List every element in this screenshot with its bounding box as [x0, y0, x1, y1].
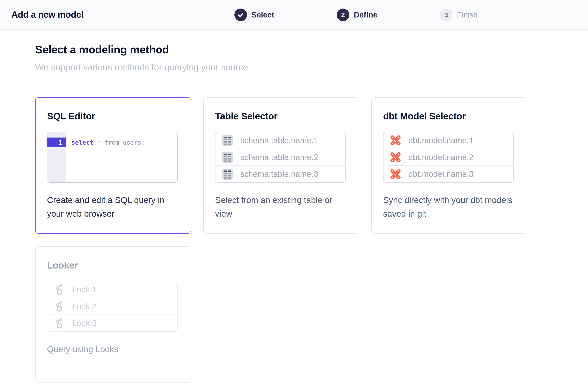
dbt-list-preview: dbt.model.name.1: [383, 132, 514, 183]
table-list-preview: schema.table.name.1 schema.table.name.2: [215, 132, 346, 183]
list-item-label: Look.3: [72, 319, 97, 328]
code-line: select * from users;|: [71, 137, 150, 147]
editor-gutter: 1: [47, 132, 66, 182]
list-item-label: Look.1: [72, 285, 97, 294]
card-title: Table Selector: [215, 111, 347, 122]
list-item-label: schema.table.name.1: [240, 136, 318, 145]
step-select-label: Select: [251, 10, 274, 19]
looker-icon: [54, 318, 65, 329]
looker-icon: [54, 284, 65, 295]
sql-editor-preview: 1 select * from users;|: [47, 132, 178, 183]
section-heading: Select a modeling method: [35, 43, 588, 56]
list-item-label: dbt.model.name.2: [408, 153, 474, 162]
card-title: Looker: [47, 260, 179, 271]
list-item: schema.table.name.3: [215, 165, 345, 182]
list-item-label: schema.table.name.2: [240, 153, 318, 162]
list-item: Look.3: [47, 314, 177, 331]
list-item: schema.table.name.1: [215, 132, 345, 149]
table-grid-icon: [222, 169, 233, 180]
step-select[interactable]: Select: [234, 8, 274, 21]
editor-code-area: select * from users;|: [66, 132, 150, 182]
wizard-header: Add a new model Select 2 Define 3: [0, 0, 588, 30]
step-finish-marker: 3: [440, 8, 453, 21]
method-card-looker: Looker Look.1: [35, 246, 191, 383]
stepper-connector: [383, 15, 435, 15]
card-description: Select from an existing table or view: [215, 193, 346, 220]
looker-icon: [54, 301, 65, 312]
table-grid-icon: [222, 135, 233, 146]
step-finish[interactable]: 3 Finish: [440, 8, 478, 21]
card-description: Create and edit a SQL query in your web …: [47, 193, 178, 220]
sql-code-rest: * from users;: [94, 139, 145, 146]
active-line-number: 1: [47, 137, 66, 147]
looker-list-preview: Look.1 Look.2: [47, 281, 178, 332]
list-item: dbt.model.name.3: [384, 165, 513, 182]
wizard-body: Select a modeling method We support vari…: [0, 30, 588, 383]
method-card-dbt-selector[interactable]: dbt Model Selector: [371, 97, 527, 234]
add-model-wizard: Add a new model Select 2 Define 3: [0, 0, 588, 391]
sql-keyword: select: [71, 139, 94, 146]
section-subheading: We support various methods for querying …: [35, 62, 588, 72]
list-item-label: schema.table.name.3: [240, 170, 318, 179]
card-description: Sync directly with your dbt models saved…: [383, 193, 514, 220]
check-icon: [237, 11, 244, 18]
step-define-marker: 2: [337, 8, 349, 21]
card-description: Query using Looks: [47, 342, 178, 356]
list-item: schema.table.name.2: [215, 149, 345, 166]
list-item: Look.2: [47, 298, 177, 315]
table-grid-icon: [222, 152, 233, 163]
method-card-sql-editor[interactable]: SQL Editor 1 select * from users;| Creat…: [35, 97, 191, 234]
dbt-icon: [390, 135, 401, 146]
page-title: Add a new model: [11, 9, 84, 20]
step-define[interactable]: 2 Define: [337, 8, 378, 21]
list-item-label: Look.2: [72, 302, 97, 311]
list-item: Look.1: [47, 281, 177, 298]
step-select-marker: [234, 8, 247, 21]
list-item: dbt.model.name.2: [384, 149, 513, 166]
method-card-table-selector[interactable]: Table Selector schema.table.name.1: [203, 97, 359, 234]
dbt-icon: [390, 152, 401, 163]
wizard-stepper: Select 2 Define 3 Finish: [234, 0, 478, 30]
text-cursor: |: [146, 139, 150, 146]
list-item-label: dbt.model.name.3: [408, 170, 474, 179]
stepper-connector: [280, 15, 331, 15]
card-title: dbt Model Selector: [383, 111, 515, 122]
list-item-label: dbt.model.name.1: [408, 136, 474, 145]
card-title: SQL Editor: [47, 111, 179, 122]
step-finish-label: Finish: [457, 10, 478, 19]
method-cards: SQL Editor 1 select * from users;| Creat…: [35, 97, 588, 383]
step-define-label: Define: [354, 10, 378, 19]
dbt-icon: [390, 169, 401, 180]
list-item: dbt.model.name.1: [384, 132, 513, 149]
